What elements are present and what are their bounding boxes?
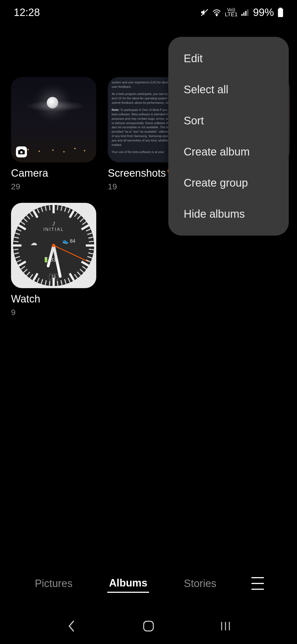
watch-tick xyxy=(15,233,20,235)
watch-tick xyxy=(68,208,71,213)
watch-tick xyxy=(26,215,30,219)
watch-brand-letter: J xyxy=(13,220,94,227)
album-camera-thumb xyxy=(11,77,96,162)
tab-albums[interactable]: Albums xyxy=(107,574,149,593)
watch-tick xyxy=(64,207,67,212)
album-title: Camera xyxy=(11,167,48,179)
signal-icon xyxy=(241,9,249,16)
watch-tick xyxy=(80,269,84,273)
album-count: 29 xyxy=(11,182,96,191)
watch-second-hand xyxy=(53,245,89,262)
watch-tick xyxy=(68,278,71,283)
svg-rect-2 xyxy=(241,14,243,16)
watch-tick xyxy=(29,212,33,217)
battery-icon xyxy=(278,8,283,17)
watch-tick xyxy=(41,279,43,284)
menu-select-all[interactable]: Select all xyxy=(168,74,289,105)
svg-rect-6 xyxy=(279,8,282,9)
watch-tick xyxy=(21,266,25,270)
watch-tick xyxy=(29,274,33,279)
watch-tick xyxy=(14,252,19,255)
watch-tick xyxy=(69,210,75,218)
watch-tick xyxy=(86,244,94,247)
watch-weather-icon: ☁ xyxy=(30,239,37,247)
watch-tick xyxy=(64,279,67,284)
watch-tick xyxy=(61,206,63,211)
menu-hide-albums[interactable]: Hide albums xyxy=(168,198,289,230)
watch-tick xyxy=(88,236,93,239)
watch-tick xyxy=(23,269,28,273)
hamburger-icon[interactable] xyxy=(251,577,264,590)
svg-point-1 xyxy=(216,15,217,16)
menu-sort[interactable]: Sort xyxy=(168,105,289,136)
album-title: Watch xyxy=(11,293,40,305)
svg-point-9 xyxy=(20,151,23,154)
status-bar: 12:28 Vo)) LTE1 99% xyxy=(0,0,297,25)
svg-rect-4 xyxy=(245,11,246,16)
watch-tick xyxy=(41,207,43,212)
nav-recents-button[interactable] xyxy=(217,618,234,634)
tab-pictures[interactable]: Pictures xyxy=(33,575,74,592)
status-time: 12:28 xyxy=(14,7,40,18)
watch-tick xyxy=(57,205,58,210)
watch-tick xyxy=(16,260,21,263)
camera-icon xyxy=(16,146,27,157)
watch-tick xyxy=(49,281,51,286)
menu-create-group[interactable]: Create group xyxy=(168,167,289,198)
context-menu: Edit Select all Sort Create album Create… xyxy=(168,37,289,236)
watch-steps: 👟 84 xyxy=(62,238,75,244)
watch-tick xyxy=(13,249,18,250)
svg-rect-3 xyxy=(243,12,244,16)
watch-tick xyxy=(49,205,51,210)
watch-tick xyxy=(89,249,94,250)
watch-tick xyxy=(45,206,47,211)
album-count: 9 xyxy=(11,308,96,317)
watch-tick xyxy=(37,208,40,213)
album-watch[interactable]: J INITIAL ☁ 👟 84 🔋 83 15 /* ticks added … xyxy=(11,203,96,317)
album-camera[interactable]: Camera 29 xyxy=(11,77,96,191)
preview-note-label: Note: xyxy=(112,108,119,111)
watch-tick xyxy=(87,233,92,235)
watch-tick xyxy=(13,244,21,247)
watch-tick xyxy=(74,274,78,279)
watch-tick xyxy=(87,256,92,258)
watch-tick xyxy=(88,252,93,255)
watch-tick xyxy=(53,278,55,286)
watch-tick xyxy=(15,256,20,258)
watch-steps-value: 84 xyxy=(70,238,75,244)
menu-create-album[interactable]: Create album xyxy=(168,136,289,167)
watch-tick xyxy=(18,261,26,267)
network-label: Vo)) LTE1 xyxy=(225,8,238,17)
wifi-icon xyxy=(212,9,221,16)
watch-tick xyxy=(74,212,78,217)
watch-tick xyxy=(82,266,87,270)
watch-tick xyxy=(77,215,81,219)
battery-text: 99% xyxy=(253,7,274,18)
watch-tick xyxy=(89,241,94,242)
svg-rect-11 xyxy=(144,621,153,631)
album-watch-thumb: J INITIAL ☁ 👟 84 🔋 83 15 /* ticks added … xyxy=(11,203,96,288)
watch-tick xyxy=(45,280,47,285)
menu-edit[interactable]: Edit xyxy=(168,43,289,74)
watch-tick xyxy=(77,272,81,276)
watch-tick xyxy=(69,273,75,281)
album-title: Screenshots xyxy=(108,167,166,179)
svg-rect-10 xyxy=(20,149,23,150)
watch-tick xyxy=(53,205,55,213)
svg-rect-7 xyxy=(278,9,283,17)
svg-rect-5 xyxy=(247,9,248,16)
watch-tick xyxy=(57,281,58,286)
watch-face: J INITIAL ☁ 👟 84 🔋 83 15 /* ticks added … xyxy=(13,205,94,286)
lte-label: LTE1 xyxy=(225,12,238,17)
mute-icon xyxy=(200,8,208,17)
watch-tick xyxy=(61,280,63,285)
nav-home-button[interactable] xyxy=(140,618,157,634)
status-indicators: Vo)) LTE1 99% xyxy=(200,7,283,18)
watch-tick xyxy=(14,236,19,239)
navigation-bar xyxy=(0,608,297,644)
watch-tick xyxy=(37,278,40,283)
watch-tick xyxy=(26,272,30,276)
tab-stories[interactable]: Stories xyxy=(182,575,218,592)
bottom-tabs: Pictures Albums Stories xyxy=(0,564,297,603)
nav-back-button[interactable] xyxy=(63,618,80,634)
